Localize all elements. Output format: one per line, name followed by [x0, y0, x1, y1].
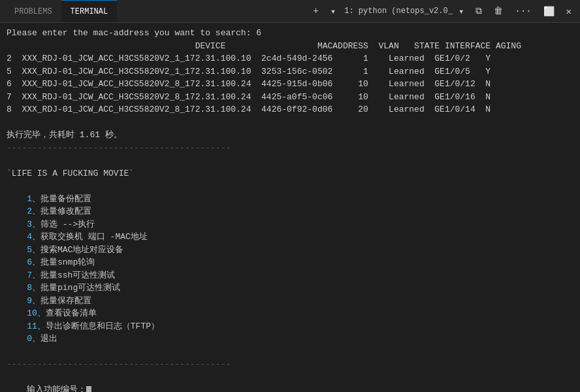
menu-item-4: 4、获取交换机 端口 -MAC地址: [7, 231, 573, 244]
prompt-line: Please enter the mac-address you want to…: [7, 27, 573, 40]
top-bar: PROBLEMS TERMINAL + ▾ 1: python (netops_…: [0, 0, 580, 23]
terminal-area[interactable]: Please enter the mac-address you want to…: [0, 23, 580, 392]
top-bar-right: + ▾ 1: python (netops_v2.0_ ▾ ⧉ 🗑 ··· ⬜ …: [310, 5, 575, 18]
table-row: 5 XXX_RDJ-01_JCW_ACC_H3CS5820V2_1_172.31…: [7, 65, 573, 78]
empty-line2: [7, 154, 573, 167]
menu-item-7: 7、批量ssh可达性测试: [7, 269, 573, 282]
maximize-icon[interactable]: ⬜: [540, 5, 558, 18]
trash-icon[interactable]: 🗑: [491, 5, 506, 18]
empty-line4: [7, 346, 573, 359]
menu-item-3: 3、筛选 -->执行: [7, 218, 573, 231]
input-prompt: 输入功能编号：: [27, 385, 86, 392]
add-icon[interactable]: +: [310, 5, 321, 18]
menu-item-0: 0、退出: [7, 333, 573, 346]
terminal-label: 1: python (netops_v2.0_ ▾: [344, 5, 467, 18]
menu-item-8: 8、批量ping可达性测试: [7, 282, 573, 295]
menu-item-5: 5、搜索MAC地址对应设备: [7, 244, 573, 257]
dropdown-icon[interactable]: ▾: [327, 5, 339, 18]
tab-problems[interactable]: PROBLEMS: [5, 0, 61, 22]
menu-item-2: 2、批量修改配置: [7, 205, 573, 218]
split-icon[interactable]: ⧉: [472, 5, 485, 18]
menu-item-9: 9、批量保存配置: [7, 295, 573, 308]
menu-item-1: 1、批量备份配置: [7, 193, 573, 206]
input-line: 输入功能编号：: [7, 371, 573, 393]
menu-item-11: 11、导出诊断信息和日志（TFTP）: [7, 320, 573, 333]
table-header: DEVICE MACADDRESS VLAN STATE INTERFACE A…: [7, 40, 573, 53]
movie-quote: `LIFE IS A FUCKING MOVIE`: [7, 167, 573, 180]
tab-terminal-label: TERMINAL: [71, 7, 108, 16]
separator2: ----------------------------------------…: [7, 358, 573, 371]
menu-item-6: 6、批量snmp轮询: [7, 256, 573, 269]
exec-time: 执行完毕，共耗时 1.61 秒。: [7, 129, 573, 142]
terminal-dropdown-icon[interactable]: ▾: [455, 5, 467, 18]
table-row: 7 XXX_RDJ-01_JCW_ACC_H3CS5820V2_8_172.31…: [7, 91, 573, 104]
terminal-name: 1: python (netops_v2.0_: [344, 7, 453, 16]
tab-terminal[interactable]: TERMINAL: [61, 0, 118, 22]
table-row: 6 XXX_RDJ-01_JCW_ACC_H3CS5820V2_8_172.31…: [7, 78, 573, 91]
empty-line3: [7, 180, 573, 193]
menu-item-10: 10、查看设备清单: [7, 307, 573, 320]
tab-problems-label: PROBLEMS: [14, 7, 52, 16]
tab-group: PROBLEMS TERMINAL: [5, 0, 117, 22]
table-row: 8 XXX_RDJ-01_JCW_ACC_H3CS5820V2_8_172.31…: [7, 103, 573, 116]
table-row: 2 XXX_RDJ-01_JCW_ACC_H3CS5820V2_1_172.31…: [7, 52, 573, 65]
close-icon[interactable]: ✕: [563, 5, 575, 18]
separator1: ----------------------------------------…: [7, 142, 573, 155]
cursor: [86, 386, 91, 392]
empty-line: [7, 116, 573, 129]
more-icon[interactable]: ···: [511, 5, 534, 18]
